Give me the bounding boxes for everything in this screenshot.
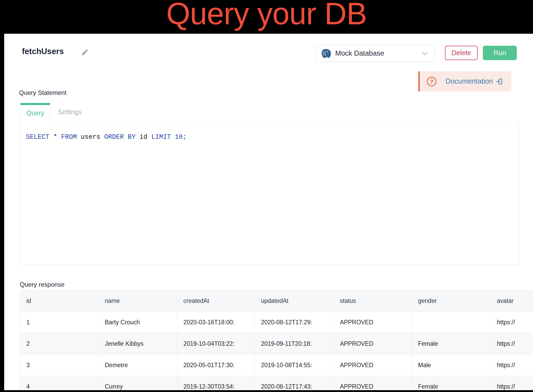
cell-createdAt: 2019-12-30T03:54: (177, 376, 255, 390)
query-statement-label: Query Statement (19, 89, 66, 96)
sql-token: FROM (61, 133, 77, 141)
query-response-label: Query response (20, 281, 65, 288)
query-tabs: QuerySettings (20, 103, 89, 121)
cell-status: APPROVED (334, 312, 412, 333)
cell-createdAt: 2019-10-04T03:22: (177, 333, 255, 355)
cell-createdAt: 2020-03-16T18:00: (177, 312, 255, 333)
column-header-name: name (99, 290, 177, 312)
table-header-row: idnamecreatedAtupdatedAtstatusgenderavat… (20, 290, 533, 312)
cell-avatar: https:// (491, 355, 533, 376)
table-row: 1Barty Crouch2020-03-16T18:00:2020-08-12… (20, 312, 533, 333)
cell-name: Barty Crouch (99, 312, 177, 333)
table-row: 3Demetre2020-05-01T17:30:2019-10-08T14:5… (20, 355, 533, 376)
cell-name: Demetre (99, 355, 177, 376)
run-button[interactable]: Run (483, 46, 517, 60)
database-selector-value: Mock Database (335, 49, 420, 57)
cell-id: 1 (20, 312, 99, 333)
sql-token: id (136, 133, 151, 141)
delete-button[interactable]: Delete (445, 46, 478, 60)
banner-title: Query your DB (0, 0, 533, 31)
external-link-icon (496, 78, 503, 85)
documentation-label: Documentation (445, 77, 493, 85)
cell-gender: Male (412, 355, 491, 376)
question-mark-icon: ? (426, 76, 437, 87)
database-selector[interactable]: Mock Database (316, 45, 435, 62)
sql-token: ORDER BY (104, 133, 136, 141)
svg-text:?: ? (430, 78, 433, 85)
content-panel: fetchUsers Mock Database Delete Run (4, 34, 533, 390)
column-header-status: status (334, 290, 412, 312)
cell-name: Currey (99, 376, 177, 390)
response-table-container: idnamecreatedAtupdatedAtstatusgenderavat… (20, 290, 533, 390)
cell-avatar: https:// (491, 312, 533, 333)
cell-gender (412, 312, 491, 333)
sql-token: LIMIT (151, 133, 171, 141)
sql-code-line: SELECT * FROM users ORDER BY id LIMIT 10… (20, 121, 519, 141)
sql-token: SELECT (26, 133, 49, 141)
cell-updatedAt: 2019-09-11T20:18: (255, 333, 334, 355)
cell-name: Jenelle Kibbys (99, 333, 177, 355)
cell-avatar: https:// (491, 376, 533, 390)
cell-id: 2 (20, 333, 99, 355)
sql-token: * (49, 133, 61, 141)
cell-avatar: https:// (491, 333, 533, 355)
sql-editor[interactable]: SELECT * FROM users ORDER BY id LIMIT 10… (20, 120, 519, 265)
postgresql-icon (321, 48, 331, 59)
sql-token: 10; (171, 133, 187, 141)
cell-id: 4 (20, 376, 99, 390)
cell-gender: Female (412, 376, 491, 390)
cell-createdAt: 2020-05-01T17:30: (177, 355, 255, 376)
page-title: fetchUsers (22, 47, 64, 56)
table-row: 4Currey2019-12-30T03:54:2020-08-12T17:43… (20, 376, 533, 390)
column-header-createdAt: createdAt (177, 290, 255, 312)
sql-token: users (77, 133, 104, 141)
cell-status: APPROVED (334, 355, 412, 376)
column-header-updatedAt: updatedAt (255, 290, 334, 312)
top-banner: Query your DB (0, 0, 533, 34)
cell-status: APPROVED (334, 376, 412, 390)
documentation-link[interactable]: ? Documentation (418, 71, 511, 91)
app-window: Query your DB fetchUsers Mock Database (0, 0, 533, 392)
chevron-down-icon (420, 49, 429, 58)
table-row: 2Jenelle Kibbys2019-10-04T03:22:2019-09-… (20, 333, 533, 355)
response-table: idnamecreatedAtupdatedAtstatusgenderavat… (20, 290, 533, 390)
column-header-avatar: avatar (491, 290, 533, 312)
cell-updatedAt: 2019-10-08T14:55: (255, 355, 334, 376)
tab-query[interactable]: Query (20, 103, 50, 121)
cell-updatedAt: 2020-08-12T17:29: (255, 312, 334, 333)
cell-updatedAt: 2020-08-12T17:43: (255, 376, 334, 390)
column-header-id: id (20, 290, 99, 312)
cell-id: 3 (20, 355, 99, 376)
cell-status: APPROVED (334, 333, 412, 355)
edit-pencil-icon[interactable] (81, 48, 89, 56)
column-header-gender: gender (412, 290, 491, 312)
tab-settings[interactable]: Settings (50, 103, 89, 121)
cell-gender: Female (412, 333, 491, 355)
